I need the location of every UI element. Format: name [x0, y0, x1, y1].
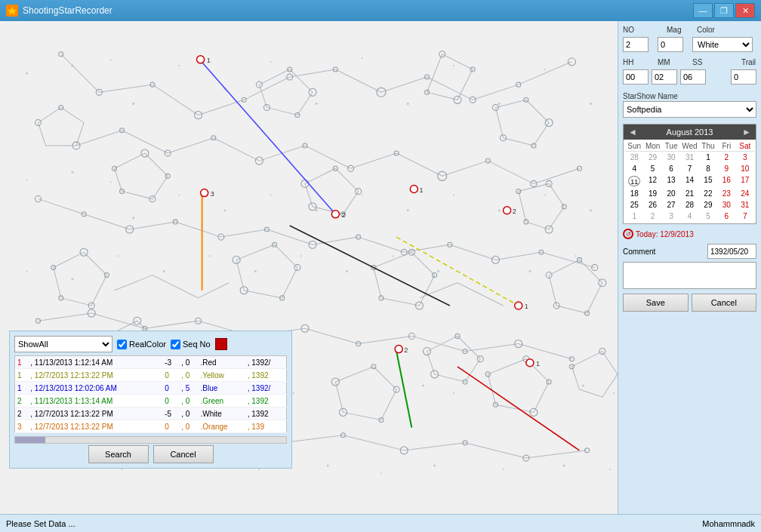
day-wed: Wed — [680, 142, 698, 150]
realcolor-checkbox-label[interactable]: RealColor — [117, 340, 166, 349]
seqno-checkbox[interactable] — [171, 340, 180, 349]
row-year: , 1392 — [245, 407, 287, 420]
svg-point-265 — [453, 392, 454, 394]
window-title: ShootingStarRecorder — [23, 5, 112, 16]
no-label: NO — [623, 26, 638, 34]
svg-point-221 — [109, 60, 111, 61]
row-year: , 1392 — [245, 395, 287, 407]
cancel-button[interactable]: Cancel — [692, 294, 757, 312]
calendar-grid: Sun Mon Tue Wed Thu Fri Sat 28 29 30 31 … — [624, 140, 756, 223]
svg-point-263 — [293, 392, 294, 394]
cal-day[interactable]: 4 — [625, 163, 643, 174]
table-row[interactable]: 1 , 11/13/2013 1:12:14 AM -3 , 0 .Red , … — [15, 356, 287, 369]
color-select[interactable]: White Red Yellow Blue Green Orange — [692, 37, 753, 52]
seqno-checkbox-label[interactable]: Seq No — [171, 340, 211, 349]
cal-day[interactable]: 14 — [680, 174, 698, 188]
table-row[interactable]: 3 , 12/7/2013 12:13:22 PM 0 , 0 .Orange … — [15, 420, 287, 433]
cal-day[interactable]: 18 — [625, 188, 643, 199]
cal-day[interactable]: 12 — [643, 174, 661, 188]
cal-day[interactable]: 30 — [662, 152, 680, 163]
cal-day[interactable]: 15 — [699, 174, 717, 188]
cal-day[interactable]: 28 — [625, 152, 643, 163]
cal-day[interactable]: 23 — [717, 188, 735, 199]
cal-day[interactable]: 9 — [717, 163, 735, 174]
cal-day[interactable]: 1 — [625, 211, 643, 222]
cal-day[interactable]: 20 — [662, 188, 680, 199]
cal-day[interactable]: 7 — [680, 163, 698, 174]
cal-day[interactable]: 5 — [643, 163, 661, 174]
minimize-button[interactable]: — — [693, 3, 713, 18]
trail-input[interactable] — [731, 69, 756, 85]
cal-day[interactable]: 29 — [643, 152, 661, 163]
calendar-days[interactable]: 28 29 30 31 1 2 3 4 5 6 7 8 9 10 — [625, 152, 754, 222]
cal-day[interactable]: 25 — [625, 199, 643, 211]
close-button[interactable]: ✕ — [735, 3, 755, 18]
table-row[interactable]: 2 , 11/13/2013 1:13:14 AM 0 , 0 .Green ,… — [15, 395, 287, 407]
row-date: , 12/13/2013 12:02:06 AM — [28, 382, 162, 395]
calendar: ◄ August 2013 ► Sun Mon Tue Wed Thu Fri … — [623, 124, 756, 224]
search-top-row: ShowAll RealColor Seq No — [14, 336, 287, 352]
comment-date-input[interactable] — [707, 244, 756, 259]
restore-button[interactable]: ❐ — [714, 3, 734, 18]
svg-point-243 — [453, 195, 454, 196]
svg-text:2: 2 — [513, 208, 516, 215]
svg-point-259 — [575, 255, 576, 257]
starshow-select[interactable]: Softpedia — [623, 101, 756, 118]
calendar-next[interactable]: ► — [742, 127, 751, 137]
mm-input[interactable] — [652, 69, 677, 85]
cal-day[interactable]: 30 — [717, 199, 735, 211]
horizontal-scrollbar[interactable] — [14, 436, 287, 444]
cal-day[interactable]: 26 — [643, 199, 661, 211]
hh-input[interactable] — [623, 69, 649, 85]
no-mag-color-inputs: White Red Yellow Blue Green Orange — [623, 37, 756, 52]
cal-day[interactable]: 17 — [736, 174, 754, 188]
no-input[interactable] — [623, 37, 649, 52]
mag-input[interactable] — [658, 37, 683, 52]
mm-label: MM — [658, 58, 673, 66]
cal-day[interactable]: 2 — [717, 152, 735, 163]
cal-day[interactable]: 27 — [662, 199, 680, 211]
svg-point-288 — [201, 189, 208, 196]
cal-day[interactable]: 24 — [736, 188, 754, 199]
table-row[interactable]: 2 , 12/7/2013 12:13:22 PM -5 , 0 .White … — [15, 407, 287, 420]
svg-point-232 — [590, 103, 592, 105]
comment-textarea[interactable] — [623, 262, 756, 289]
cal-day[interactable]: 29 — [699, 199, 717, 211]
cal-day[interactable]: 7 — [736, 211, 754, 222]
cal-day[interactable]: 21 — [680, 188, 698, 199]
cal-day[interactable]: 8 — [699, 163, 717, 174]
table-row[interactable]: 1 , 12/13/2013 12:02:06 AM 0 , 5 .Blue ,… — [15, 382, 287, 395]
scrollbar-thumb[interactable] — [15, 437, 45, 443]
cal-day[interactable]: 13 — [662, 174, 680, 188]
calendar-prev[interactable]: ◄ — [628, 127, 637, 137]
cal-day[interactable]: 5 — [699, 211, 717, 222]
row-date: , 12/7/2013 12:13:22 PM — [28, 369, 162, 382]
cal-day[interactable]: 11 — [625, 174, 643, 188]
star-map[interactable]: 1 2 3 1 2 1 2 1 — [0, 21, 618, 514]
save-button[interactable]: Save — [623, 294, 689, 312]
cal-day[interactable]: 4 — [680, 211, 698, 222]
show-filter-select[interactable]: ShowAll — [14, 336, 112, 352]
starshow-label: StarShow Name — [623, 92, 756, 100]
cal-day[interactable]: 6 — [717, 211, 735, 222]
cal-day[interactable]: 3 — [736, 152, 754, 163]
cal-day[interactable]: 28 — [680, 199, 698, 211]
cal-day[interactable]: 19 — [643, 188, 661, 199]
realcolor-checkbox[interactable] — [117, 340, 127, 349]
cal-day[interactable]: 2 — [643, 211, 661, 222]
search-button[interactable]: Search — [88, 445, 149, 463]
search-results-table: 1 , 11/13/2013 1:12:14 AM -3 , 0 .Red , … — [14, 355, 287, 433]
cal-day[interactable]: 31 — [736, 199, 754, 211]
cal-day[interactable]: 1 — [699, 152, 717, 163]
cal-day[interactable]: 10 — [736, 163, 754, 174]
search-panel: ShowAll RealColor Seq No 1 , 11/13/2013 … — [9, 331, 292, 469]
search-cancel-button[interactable]: Cancel — [153, 445, 214, 463]
table-row[interactable]: 1 , 12/7/2013 12:13:22 PM 0 , 0 .Yellow … — [15, 369, 287, 382]
cal-day[interactable]: 31 — [680, 152, 698, 163]
cal-day[interactable]: 6 — [662, 163, 680, 174]
cal-day[interactable]: 22 — [699, 188, 717, 199]
cal-day[interactable]: 3 — [662, 211, 680, 222]
day-fri: Fri — [717, 142, 735, 150]
cal-day[interactable]: 16 — [717, 174, 735, 188]
ss-input[interactable] — [680, 69, 706, 85]
